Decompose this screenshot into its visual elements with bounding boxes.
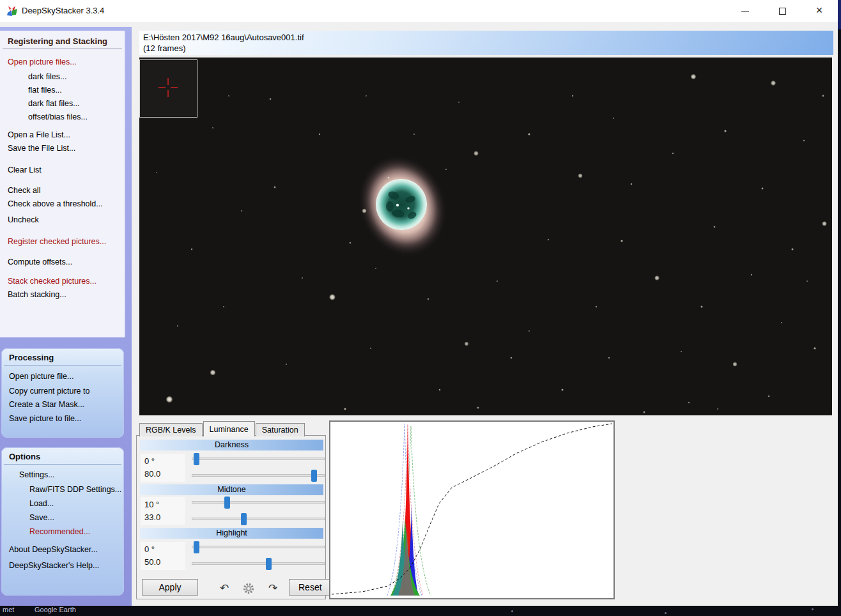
title-bar: DeepSkyStacker 3.3.4 × (0, 0, 838, 22)
sidebar-item-settings[interactable]: Settings... (1, 470, 124, 480)
slider-thumb[interactable] (224, 497, 230, 509)
histogram-panel (329, 420, 615, 599)
sidebar-item-open-picture-files[interactable]: Open picture files... (0, 57, 125, 67)
panel-processing: Processing Open picture file...Copy curr… (1, 348, 124, 438)
starfield-image (139, 58, 832, 415)
darkness-slider-2[interactable] (192, 474, 325, 477)
sidebar: Registering and Stacking Open picture fi… (0, 27, 132, 606)
processing-header: Processing (4, 351, 121, 366)
sidebar-item-copy-current-picture-to[interactable]: Copy current picture to (1, 386, 124, 396)
sidebar-item-compute-offsets[interactable]: Compute offsets... (0, 257, 125, 267)
levels-tabs: RGB/K LevelsLuminanceSaturation (139, 421, 305, 436)
midtone-value: 33.0 (144, 511, 185, 524)
slider-thumb[interactable] (241, 513, 247, 525)
panel-registering-stacking: Registering and Stacking Open picture fi… (0, 31, 125, 337)
highlight-values: 0 ° 50.0 (141, 542, 185, 570)
close-button[interactable]: × (805, 0, 834, 20)
desktop-icon-label[interactable]: met (3, 606, 14, 613)
tab-rgb-k-levels[interactable]: RGB/K Levels (139, 423, 203, 436)
tab-saturation[interactable]: Saturation (256, 423, 305, 436)
nebula (343, 141, 463, 270)
deepskystacker-window: DeepSkyStacker 3.3.4 × Registering and S… (0, 0, 838, 606)
sidebar-item-raw-fits-ddp-settings[interactable]: Raw/FITS DDP Settings... (1, 484, 124, 495)
redo-icon[interactable]: ↷ (265, 580, 281, 597)
darkness-angle: 0 ° (144, 455, 185, 468)
maximize-button[interactable] (768, 0, 797, 20)
options-items: Settings...Raw/FITS DDP Settings...Load.… (1, 470, 124, 571)
desktop-star (812, 608, 814, 610)
tab-luminance[interactable]: Luminance (203, 421, 255, 436)
apply-button[interactable]: Apply (142, 579, 198, 596)
highlight-angle: 0 ° (144, 543, 185, 556)
sidebar-item-dark-files[interactable]: dark files... (0, 72, 125, 82)
sidebar-item-save-picture-to-file[interactable]: Save picture to file... (1, 413, 124, 424)
sidebar-item-stack-checked-pictures[interactable]: Stack checked pictures... (0, 276, 125, 286)
midtone-slider-2[interactable] (192, 518, 325, 520)
sidebar-item-recommended[interactable]: Recommended... (1, 527, 124, 537)
minimize-button[interactable] (730, 0, 760, 20)
undo-icon[interactable]: ↶ (216, 580, 233, 597)
sidebar-item-create-a-star-mask[interactable]: Create a Star Mask... (1, 399, 124, 410)
slider-thumb[interactable] (194, 453, 199, 465)
image-viewport[interactable] (139, 58, 832, 415)
midtone-slider-1[interactable] (192, 501, 325, 504)
slider-thumb[interactable] (311, 470, 317, 482)
slider-thumb[interactable] (194, 541, 199, 553)
desktop-star (511, 610, 513, 612)
window-title: DeepSkyStacker 3.3.4 (22, 6, 104, 15)
sidebar-item-load[interactable]: Load... (1, 498, 124, 509)
processing-items: Open picture file...Copy current picture… (1, 371, 124, 424)
sidebar-item-save[interactable]: Save... (1, 512, 124, 523)
desktop-star (665, 612, 667, 614)
registering-items: Open picture files...dark files...flat f… (0, 57, 125, 300)
file-path-header: E:\Hösten 2017\M92 16aug\Autosave001.tif… (139, 31, 833, 55)
app-icon (6, 5, 18, 17)
darkness-value: 80.0 (144, 468, 185, 481)
midtone-angle: 10 ° (144, 498, 185, 511)
panel-options: Options Settings...Raw/FITS DDP Settings… (1, 447, 124, 596)
sidebar-item-dark-flat-files[interactable]: dark flat files... (0, 98, 125, 109)
registering-header: Registering and Stacking (3, 35, 122, 49)
sidebar-item-batch-stacking[interactable]: Batch stacking... (0, 289, 125, 300)
highlight-slider-1[interactable] (192, 546, 325, 548)
sidebar-item-save-the-file-list[interactable]: Save the File List... (0, 143, 125, 153)
sidebar-item-uncheck[interactable]: Uncheck (0, 215, 125, 225)
frame-count: (12 frames) (143, 43, 829, 54)
desktop-icon-label[interactable]: Google Earth (35, 606, 76, 613)
darkness-values: 0 ° 80.0 (141, 454, 185, 482)
desktop-edge (838, 0, 841, 29)
midtone-header: Midtone (140, 484, 323, 495)
file-path: E:\Hösten 2017\M92 16aug\Autosave001.tif (143, 32, 829, 43)
slider-thumb[interactable] (266, 558, 272, 570)
screen: met Google Earth DeepSkyStacker 3.3.4 × … (0, 0, 841, 616)
options-header: Options (4, 450, 121, 465)
sidebar-item-check-all[interactable]: Check all (0, 185, 125, 196)
sidebar-item-register-checked-pictures[interactable]: Register checked pictures... (0, 236, 125, 247)
sidebar-item-flat-files[interactable]: flat files... (0, 85, 125, 95)
midtone-values: 10 ° 33.0 (141, 497, 185, 525)
sidebar-item-about-deepskystacker[interactable]: About DeepSkyStacker... (1, 544, 124, 555)
sidebar-item-deepskystacker-s-help[interactable]: DeepSkyStacker's Help... (1, 560, 124, 571)
darkness-header: Darkness (140, 440, 323, 450)
darkness-slider-1[interactable] (192, 458, 325, 460)
sidebar-item-check-above-a-threshold[interactable]: Check above a threshold... (0, 199, 125, 209)
highlight-value: 50.0 (144, 556, 185, 569)
highlight-slider-2[interactable] (192, 562, 325, 565)
stars (156, 74, 827, 413)
gear-icon[interactable] (240, 580, 257, 597)
highlight-header: Highlight (140, 528, 323, 539)
sidebar-item-offset-bias-files[interactable]: offset/bias files... (0, 112, 125, 122)
histogram-plot (330, 422, 613, 598)
sidebar-item-clear-list[interactable]: Clear List (0, 165, 125, 175)
sidebar-item-open-picture-file[interactable]: Open picture file... (1, 371, 124, 381)
zoom-selection-box[interactable] (140, 60, 197, 118)
sidebar-item-open-a-file-list[interactable]: Open a File List... (0, 130, 125, 140)
